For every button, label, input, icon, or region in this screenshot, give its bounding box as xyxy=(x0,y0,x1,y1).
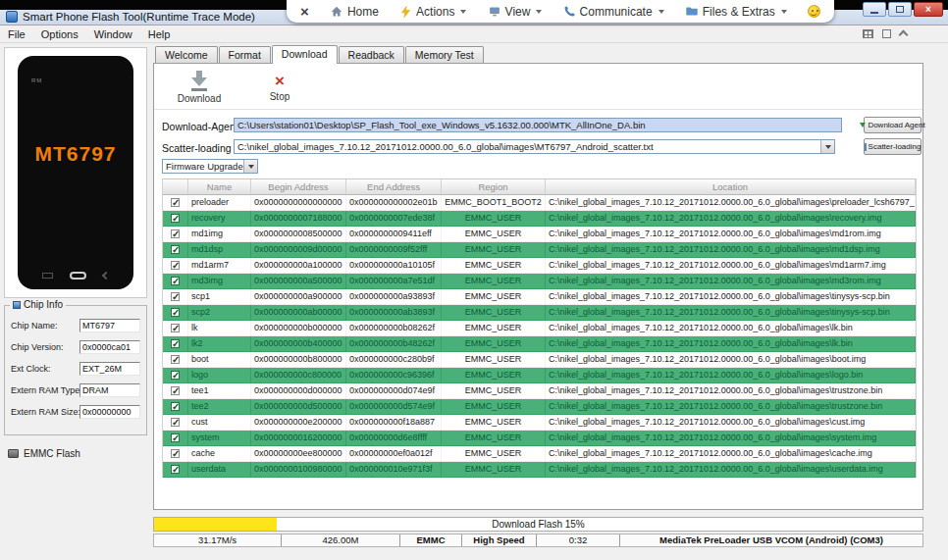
row-checkbox-cell[interactable] xyxy=(163,258,188,273)
table-row[interactable]: md1arm7 0x000000000a100000 0x000000000a1… xyxy=(163,258,916,274)
header-check-column[interactable] xyxy=(163,179,188,194)
minimize-button[interactable] xyxy=(863,2,886,17)
table-row[interactable]: md1dsp 0x0000000009d00000 0x0000000009f5… xyxy=(163,242,916,258)
checked-checkbox-icon[interactable] xyxy=(171,277,180,285)
table-row[interactable]: md1img 0x0000000008500000 0x000000000941… xyxy=(163,227,916,242)
table-row[interactable]: preloader 0x0000000000000000 0x000000000… xyxy=(163,195,916,211)
table-row[interactable]: logo 0x000000000c800000 0x000000000c9639… xyxy=(163,368,916,383)
combo-arrow-button[interactable] xyxy=(243,160,257,173)
checked-checkbox-icon[interactable] xyxy=(171,402,180,411)
chip-info-group: Chip Info Chip Name: MT6797 Chip Version… xyxy=(4,305,147,435)
table-row[interactable]: lk 0x000000000b000000 0x000000000b08262f… xyxy=(163,321,916,336)
table-row[interactable]: md3img 0x000000000a500000 0x000000000a7e… xyxy=(163,274,916,289)
row-location: C:\nikel_global_images_7.10.12_20171012.… xyxy=(546,274,916,288)
toolbar-close-icon[interactable]: × xyxy=(300,4,309,19)
feedback-smiley-icon[interactable] xyxy=(808,5,820,18)
checked-checkbox-icon[interactable] xyxy=(171,198,180,207)
row-region: EMMC_USER xyxy=(442,462,546,477)
combo-arrow-button[interactable] xyxy=(820,140,834,153)
keyboard-grid-icon[interactable] xyxy=(863,29,873,38)
tab-download[interactable]: Download xyxy=(272,45,338,64)
row-region: EMMC_USER xyxy=(442,274,546,288)
table-row[interactable]: tee1 0x000000000d000000 0x000000000d074e… xyxy=(163,383,916,399)
header-region[interactable]: Region xyxy=(442,179,546,194)
table-row[interactable]: scp2 0x000000000ab00000 0x000000000ab389… xyxy=(163,305,916,321)
download-agent-button[interactable]: Download Agent xyxy=(864,117,922,133)
maximize-button[interactable] xyxy=(888,2,912,17)
header-end-address[interactable]: End Address xyxy=(346,179,442,194)
download-button[interactable]: Download xyxy=(168,69,231,106)
header-name[interactable]: Name xyxy=(188,179,251,194)
row-checkbox-cell[interactable] xyxy=(163,242,188,257)
menu-help[interactable]: Help xyxy=(140,25,179,43)
table-row[interactable]: boot 0x000000000b800000 0x000000000c280b… xyxy=(163,352,916,368)
row-checkbox-cell[interactable] xyxy=(163,368,188,382)
tab-welcome[interactable]: Welcome xyxy=(155,46,218,63)
checked-checkbox-icon[interactable] xyxy=(171,214,180,223)
table-row[interactable]: lk2 0x000000000b400000 0x000000000b48262… xyxy=(163,336,916,352)
row-checkbox-cell[interactable] xyxy=(163,399,188,414)
header-begin-address[interactable]: Begin Address xyxy=(251,179,346,194)
checked-checkbox-icon[interactable] xyxy=(171,308,180,317)
checked-checkbox-icon[interactable] xyxy=(171,449,180,458)
menu-file[interactable]: File xyxy=(0,25,33,43)
checked-checkbox-icon[interactable] xyxy=(171,433,180,442)
row-checkbox-cell[interactable] xyxy=(163,305,188,320)
checked-checkbox-icon[interactable] xyxy=(171,339,180,348)
scatter-file-combobox[interactable]: C:\nikel_global_images_7.10.12_20171012.… xyxy=(234,139,835,154)
checked-checkbox-icon[interactable] xyxy=(171,465,180,474)
row-name: tee2 xyxy=(188,399,251,414)
chevron-up-icon[interactable] xyxy=(899,30,909,40)
checked-checkbox-icon[interactable] xyxy=(171,355,180,364)
row-checkbox-cell[interactable] xyxy=(163,336,188,351)
tab-memory-test[interactable]: Memory Test xyxy=(405,46,484,63)
download-agent-field[interactable]: C:\Users\station01\Desktop\SP_Flash_Tool… xyxy=(234,118,842,132)
row-checkbox-cell[interactable] xyxy=(163,321,188,335)
table-row[interactable]: scp1 0x000000000a900000 0x000000000a9389… xyxy=(163,289,916,305)
checked-checkbox-icon[interactable] xyxy=(171,245,180,254)
row-checkbox-cell[interactable] xyxy=(163,446,188,461)
emmc-flash-section[interactable]: EMMC Flash xyxy=(8,448,80,459)
row-checkbox-cell[interactable] xyxy=(163,274,188,288)
toolbar-files-button[interactable]: Files & Extras xyxy=(685,5,787,19)
toolbar-home-button[interactable]: Home xyxy=(330,5,379,19)
table-row[interactable]: cust 0x000000000e200000 0x000000000f18a8… xyxy=(163,415,916,431)
menu-options[interactable]: Options xyxy=(33,25,86,43)
checked-checkbox-icon[interactable] xyxy=(171,386,180,395)
stop-button[interactable]: × Stop xyxy=(248,69,311,106)
checked-checkbox-icon[interactable] xyxy=(171,371,180,380)
checked-checkbox-icon[interactable] xyxy=(171,418,180,427)
checked-checkbox-icon[interactable] xyxy=(171,292,180,301)
table-row[interactable]: system 0x0000000016200000 0x00000000d6e8… xyxy=(163,431,916,446)
menu-window[interactable]: Window xyxy=(86,25,140,43)
table-row[interactable]: cache 0x00000000ee800000 0x00000000ef0a0… xyxy=(163,446,916,462)
row-checkbox-cell[interactable] xyxy=(163,289,188,304)
row-location: C:\nikel_global_images_7.10.12_20171012.… xyxy=(546,462,916,477)
checked-checkbox-icon[interactable] xyxy=(171,261,180,270)
close-button[interactable]: × xyxy=(914,2,943,17)
row-checkbox-cell[interactable] xyxy=(163,195,188,210)
row-checkbox-cell[interactable] xyxy=(163,415,188,430)
row-begin-address: 0x0000000016200000 xyxy=(251,431,346,445)
toolbar-communicate-button[interactable]: Communicate xyxy=(563,5,664,19)
tab-format[interactable]: Format xyxy=(219,46,271,63)
row-checkbox-cell[interactable] xyxy=(163,383,188,398)
tab-readback[interactable]: Readback xyxy=(339,46,404,63)
row-checkbox-cell[interactable] xyxy=(163,211,188,226)
checked-checkbox-icon[interactable] xyxy=(171,324,180,332)
row-checkbox-cell[interactable] xyxy=(163,462,188,477)
table-row[interactable]: tee2 0x000000000d500000 0x000000000d574e… xyxy=(163,399,916,415)
toolbar-actions-button[interactable]: Actions xyxy=(399,5,466,19)
row-location: C:\nikel_global_images_7.10.12_20171012.… xyxy=(546,383,916,398)
toolbar-view-button[interactable]: View xyxy=(488,5,543,19)
checked-checkbox-icon[interactable] xyxy=(171,229,180,238)
row-checkbox-cell[interactable] xyxy=(163,227,188,241)
header-location[interactable]: Location xyxy=(546,179,916,194)
table-row[interactable]: userdata 0x0000000100980000 0x000000010e… xyxy=(163,462,916,478)
download-mode-combobox[interactable]: Firmware Upgrade xyxy=(162,159,258,174)
table-row[interactable]: recovery 0x0000000007188000 0x0000000007… xyxy=(163,211,916,227)
row-checkbox-cell[interactable] xyxy=(163,431,188,445)
row-checkbox-cell[interactable] xyxy=(163,352,188,367)
scatter-loading-button[interactable]: Scatter-loading xyxy=(864,138,922,155)
fullscreen-icon[interactable] xyxy=(882,29,891,38)
